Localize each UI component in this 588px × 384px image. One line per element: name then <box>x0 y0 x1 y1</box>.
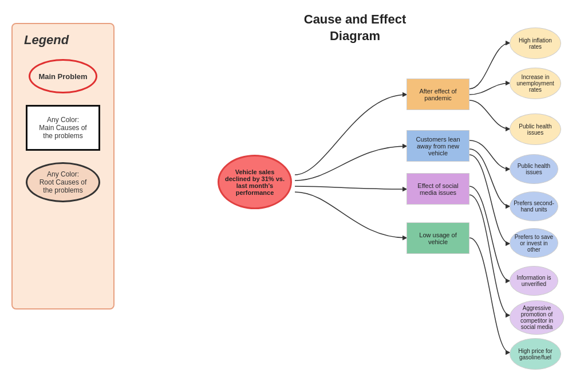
main-cause-social: Effect of social media issues <box>407 173 469 205</box>
legend-box: Legend Main Problem Any Color: Main Caus… <box>11 23 115 309</box>
legend-title: Legend <box>24 33 69 48</box>
root-cause-unverified: Information is unverified <box>510 266 558 296</box>
root-cause-public-health-1: Public health issues <box>510 113 561 145</box>
main-cause-low-usage: Low usage of vehicle <box>407 222 469 254</box>
main-cause-customers: Customers lean away from new vehicle <box>407 130 469 162</box>
legend-main-cause: Any Color: Main Causes of the problems <box>26 105 100 151</box>
root-cause-gasoline: High price for gasoline/fuel <box>510 338 561 370</box>
root-cause-unemployment: Increase in unemployment rates <box>510 68 561 99</box>
legend-root-cause: Any Color: Root Causes of the problems <box>26 162 100 202</box>
main-cause-pandemic: After effect of pandemic <box>407 79 469 110</box>
root-cause-aggressive-promo: Aggressive promotion of competitor in so… <box>510 300 564 335</box>
root-cause-save-invest: Prefers to save or invest in other <box>510 228 558 258</box>
main-problem-node: Vehicle sales declined by 31% vs. last m… <box>218 155 292 209</box>
legend-main-problem: Main Problem <box>29 59 97 93</box>
diagram-area: Cause and Effect Diagram Veh <box>126 0 584 384</box>
root-cause-inflation: High inflation rates <box>510 28 561 59</box>
root-cause-second-hand: Prefers second-hand units <box>510 191 558 221</box>
root-cause-public-health-2: Public health issues <box>510 154 558 184</box>
